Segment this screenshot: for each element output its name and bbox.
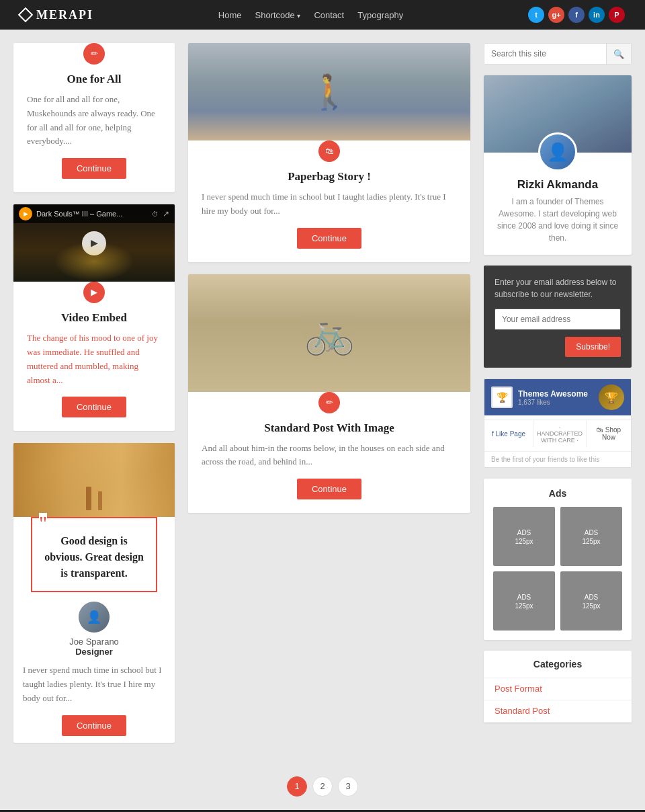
post-paperbag: 🚶 🛍 Paperbag Story ! I never spend much … xyxy=(188,43,470,262)
fb-likes-count: 1,637 likes xyxy=(518,399,588,406)
ad-label-4: ADS xyxy=(585,594,599,601)
main-nav: Home Shortcode ▾ Contact Typography xyxy=(218,10,403,20)
quote-body: " Good design is obvious. Great design i… xyxy=(13,517,175,742)
twitter-icon[interactable]: t xyxy=(528,7,544,23)
chevron-down-icon: ▾ xyxy=(297,12,300,19)
ad-box-1[interactable]: ADS 125px xyxy=(493,507,555,566)
fb-footer-text: Be the first of your friends to like thi… xyxy=(484,451,631,467)
post-quote: " Good design is obvious. Great design i… xyxy=(13,443,175,742)
profile-avatar-wrap: 👤 xyxy=(484,132,632,171)
post-icon-pencil: ✏ xyxy=(318,392,340,413)
newsletter-actions: Subsribe! xyxy=(494,337,621,357)
quote-mark-icon: " xyxy=(39,513,47,533)
pinterest-icon[interactable]: P xyxy=(609,7,625,23)
continue-button[interactable]: Continue xyxy=(62,158,126,179)
post-one-for-all: ✏ One for All One for all and all for on… xyxy=(13,43,175,192)
fb-like-button[interactable]: f Like Page xyxy=(484,420,533,447)
page-2-button[interactable]: 2 xyxy=(312,776,333,797)
ad-label-3: ADS xyxy=(517,594,531,601)
post-card-body: ▶ Video Embed The change of his mood to … xyxy=(13,282,175,431)
category-standard-post[interactable]: Standard Post xyxy=(494,706,550,716)
ads-title: Ads xyxy=(493,488,622,499)
search-box: 🔍 xyxy=(484,43,632,65)
post-icon-video: ▶ xyxy=(83,282,105,303)
right-column: 🔍 👤 Rizki Akmanda I am a founder of Them… xyxy=(484,43,632,743)
post-title: Paperbag Story ! xyxy=(202,170,457,184)
post-excerpt: And all about him-in the rooms below, in… xyxy=(202,442,457,470)
newsletter-card: Enter your email address below to subscr… xyxy=(484,266,632,368)
post-icon-pencil: ✏ xyxy=(83,43,105,65)
post-excerpt: One for all and all for one, Muskehounds… xyxy=(27,93,161,149)
post-excerpt: The change of his mood to one of joy was… xyxy=(27,331,161,387)
post-video-embed: ▶ Dark Souls™ III – Game... ⏱ ↗ ▶ ▶ Vide… xyxy=(13,204,175,431)
video-time: ⏱ xyxy=(152,210,159,218)
quote-hero-image xyxy=(13,443,175,517)
site-logo[interactable]: MERAPI xyxy=(20,8,93,22)
main-container: ✏ One for All One for all and all for on… xyxy=(0,30,645,763)
facebook-icon[interactable]: f xyxy=(568,7,585,23)
nav-typography[interactable]: Typography xyxy=(357,10,403,20)
ads-section: Ads ADS 125px ADS 125px ADS 125px ADS 12… xyxy=(484,479,632,640)
page-3-button[interactable]: 3 xyxy=(338,776,358,797)
video-title-text: Dark Souls™ III – Game... xyxy=(36,210,148,218)
continue-button[interactable]: Continue xyxy=(62,397,126,417)
ad-size-4: 125px xyxy=(582,602,600,610)
author-role: Designer xyxy=(23,647,165,657)
post-title: Standard Post With Image xyxy=(202,421,457,435)
nav-contact[interactable]: Contact xyxy=(314,10,344,20)
fb-body: f Like Page · HANDCRAFTED WITH CARE · 🛍 … xyxy=(484,415,631,451)
middle-column: 🚶 🛍 Paperbag Story ! I never spend much … xyxy=(188,43,470,743)
ad-size-2: 125px xyxy=(582,538,600,545)
video-platform-icon: ▶ xyxy=(19,207,32,220)
post-title: Video Embed xyxy=(27,311,161,325)
ads-grid: ADS 125px ADS 125px ADS 125px ADS 125px xyxy=(493,507,622,631)
ad-label-1: ADS xyxy=(517,529,531,536)
post-card-body: 🛍 Paperbag Story ! I never spend much ti… xyxy=(188,140,470,262)
post-hero-image: 🚲 xyxy=(188,274,470,392)
continue-button[interactable]: Continue xyxy=(297,228,361,249)
site-header: MERAPI Home Shortcode ▾ Contact Typograp… xyxy=(0,0,645,30)
categories-section: Categories Post Format Standard Post xyxy=(484,651,632,723)
profile-bio: I am a founder of Themes Awesome. I star… xyxy=(484,196,632,255)
nav-shortcode[interactable]: Shortcode ▾ xyxy=(255,10,301,20)
category-post-format[interactable]: Post Format xyxy=(494,684,542,694)
post-icon-bag: 🛍 xyxy=(318,140,340,162)
post-excerpt: I never spend much time in school but I … xyxy=(23,663,165,705)
continue-button[interactable]: Continue xyxy=(62,715,126,736)
categories-list: Post Format Standard Post xyxy=(484,678,632,723)
ad-box-3[interactable]: ADS 125px xyxy=(493,571,555,631)
fb-logo: 🏆 xyxy=(491,387,513,408)
ad-box-2[interactable]: ADS 125px xyxy=(560,507,622,566)
fb-badge: 🏆 xyxy=(599,384,624,410)
video-share-icon[interactable]: ↗ xyxy=(163,209,169,219)
pagination: 1 2 3 xyxy=(0,763,645,810)
post-card-body: ✏ Standard Post With Image And all about… xyxy=(188,392,470,514)
fb-handcrafted-text: · HANDCRAFTED WITH CARE · xyxy=(533,420,587,447)
page-1-button[interactable]: 1 xyxy=(287,776,307,797)
nav-home[interactable]: Home xyxy=(218,10,242,20)
ad-label-2: ADS xyxy=(585,529,599,536)
left-column: ✏ One for All One for all and all for on… xyxy=(13,43,175,743)
email-field[interactable] xyxy=(494,309,621,330)
linkedin-icon[interactable]: in xyxy=(589,7,605,23)
search-input[interactable] xyxy=(484,44,606,64)
post-card-body: ✏ One for All One for all and all for on… xyxy=(13,43,175,192)
search-button[interactable]: 🔍 xyxy=(606,44,631,64)
post-hero-image: 🚶 xyxy=(188,43,470,140)
logo-text: MERAPI xyxy=(36,8,93,22)
author-name: Joe Sparano xyxy=(23,637,165,647)
ad-size-1: 125px xyxy=(515,538,533,545)
subscribe-button[interactable]: Subsribe! xyxy=(565,337,621,357)
post-actions: Continue xyxy=(23,715,165,736)
continue-button[interactable]: Continue xyxy=(297,479,361,499)
fb-page-info: Themes Awesome 1,637 likes xyxy=(518,389,588,406)
facebook-widget: 🏆 Themes Awesome 1,637 likes 🏆 f Like Pa… xyxy=(484,378,632,468)
list-item: Post Format xyxy=(484,678,632,700)
google-plus-icon[interactable]: g+ xyxy=(548,7,564,23)
video-thumbnail[interactable]: ▶ Dark Souls™ III – Game... ⏱ ↗ ▶ xyxy=(13,204,175,282)
quote-author: 👤 Joe Sparano Designer xyxy=(23,592,165,663)
social-links: t g+ f in P xyxy=(528,7,625,23)
ad-box-4[interactable]: ADS 125px xyxy=(560,571,622,631)
fb-header: 🏆 Themes Awesome 1,637 likes 🏆 xyxy=(484,379,631,415)
fb-shop-button[interactable]: 🛍 Shop Now xyxy=(587,420,631,447)
